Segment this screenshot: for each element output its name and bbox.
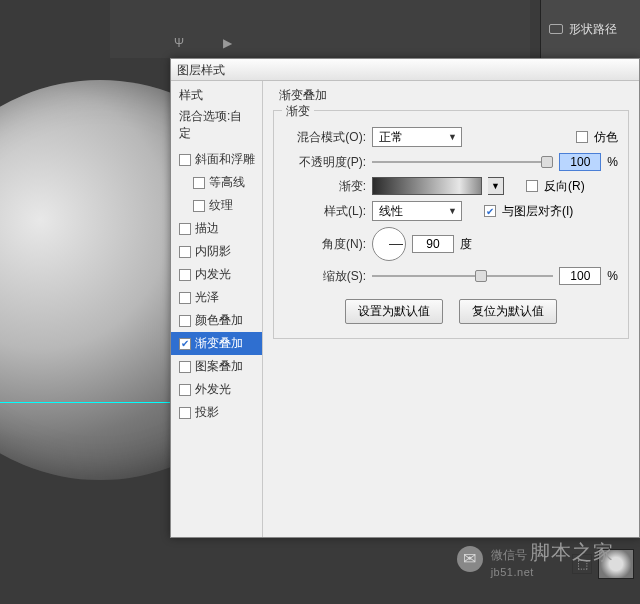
align-label: 与图层对齐(I) xyxy=(502,203,573,220)
dialog-title: 图层样式 xyxy=(171,59,639,81)
reverse-checkbox[interactable] xyxy=(526,180,538,192)
style-label: 外发光 xyxy=(195,381,231,398)
gradient-dropdown-button[interactable]: ▼ xyxy=(488,177,504,195)
play-icon: ▶ xyxy=(218,34,236,52)
wm-site: jb51.net xyxy=(491,566,614,578)
style-label: 内阴影 xyxy=(195,243,231,260)
scale-unit: % xyxy=(607,269,618,283)
style-row[interactable]: 图案叠加 xyxy=(171,355,262,378)
styles-column: 样式 混合选项:自定 斜面和浮雕等高线纹理描边内阴影内发光光泽颜色叠加✔渐变叠加… xyxy=(171,81,263,537)
style-checkbox[interactable] xyxy=(179,407,191,419)
styles-header: 样式 xyxy=(171,81,262,108)
group-label: 渐变 xyxy=(282,103,314,120)
style-label: 光泽 xyxy=(195,289,219,306)
style-checkbox[interactable] xyxy=(179,154,191,166)
style-row[interactable]: 颜色叠加 xyxy=(171,309,262,332)
make-default-button[interactable]: 设置为默认值 xyxy=(345,299,443,324)
opacity-value[interactable]: 100 xyxy=(559,153,601,171)
blend-mode-label: 混合模式(O): xyxy=(284,129,366,146)
dither-checkbox[interactable] xyxy=(576,131,588,143)
style-checkbox[interactable] xyxy=(179,361,191,373)
opacity-label: 不透明度(P): xyxy=(284,154,366,171)
reset-default-button[interactable]: 复位为默认值 xyxy=(459,299,557,324)
canvas-guide xyxy=(0,402,170,403)
angle-label: 角度(N): xyxy=(284,236,366,253)
rect-icon xyxy=(549,24,563,34)
style-row[interactable]: 纹理 xyxy=(171,194,262,217)
scale-slider[interactable] xyxy=(372,269,553,283)
reverse-label: 反向(R) xyxy=(544,178,585,195)
style-label: 颜色叠加 xyxy=(195,312,243,329)
style-checkbox[interactable] xyxy=(179,223,191,235)
style-label: 样式(L): xyxy=(284,203,366,220)
style-checkbox[interactable] xyxy=(179,315,191,327)
gradient-preview[interactable] xyxy=(372,177,482,195)
fork-icon: Ψ xyxy=(170,34,188,52)
wm-prefix: 微信号 xyxy=(491,548,527,562)
shape-path-panel: 形状路径 xyxy=(540,0,640,58)
gradient-label: 渐变: xyxy=(284,178,366,195)
wechat-icon: ✉ xyxy=(457,546,483,572)
blend-options-label[interactable]: 混合选项:自定 xyxy=(171,108,262,148)
angle-dial[interactable] xyxy=(372,227,406,261)
style-checkbox[interactable] xyxy=(193,177,205,189)
opacity-slider[interactable] xyxy=(372,155,553,169)
style-label: 投影 xyxy=(195,404,219,421)
style-label: 图案叠加 xyxy=(195,358,243,375)
style-row[interactable]: 内发光 xyxy=(171,263,262,286)
layer-style-dialog: 图层样式 样式 混合选项:自定 斜面和浮雕等高线纹理描边内阴影内发光光泽颜色叠加… xyxy=(170,58,640,538)
angle-value[interactable]: 90 xyxy=(412,235,454,253)
opacity-unit: % xyxy=(607,155,618,169)
style-row[interactable]: 描边 xyxy=(171,217,262,240)
style-checkbox[interactable] xyxy=(179,269,191,281)
style-row[interactable]: 外发光 xyxy=(171,378,262,401)
style-label: 内发光 xyxy=(195,266,231,283)
watermark: ✉ 微信号 脚本之家 jb51.net xyxy=(457,539,614,578)
style-checkbox[interactable] xyxy=(179,292,191,304)
wm-name: 脚本之家 xyxy=(530,541,614,563)
style-label: 描边 xyxy=(195,220,219,237)
options-bar: Ψ ▶ xyxy=(110,0,530,58)
style-select[interactable]: 线性 xyxy=(372,201,462,221)
align-checkbox[interactable]: ✔ xyxy=(484,205,496,217)
dither-label: 仿色 xyxy=(594,129,618,146)
style-row[interactable]: 内阴影 xyxy=(171,240,262,263)
style-label: 纹理 xyxy=(209,197,233,214)
style-label: 斜面和浮雕 xyxy=(195,151,255,168)
style-checkbox[interactable]: ✔ xyxy=(179,338,191,350)
angle-unit: 度 xyxy=(460,236,472,253)
style-row[interactable]: 投影 xyxy=(171,401,262,424)
shape-path-label: 形状路径 xyxy=(569,21,617,38)
style-label: 等高线 xyxy=(209,174,245,191)
panel-title: 渐变叠加 xyxy=(279,87,629,104)
style-checkbox[interactable] xyxy=(179,384,191,396)
scale-label: 缩放(S): xyxy=(284,268,366,285)
style-checkbox[interactable] xyxy=(179,246,191,258)
style-row[interactable]: 光泽 xyxy=(171,286,262,309)
style-row[interactable]: 等高线 xyxy=(171,171,262,194)
blend-mode-select[interactable]: 正常 xyxy=(372,127,462,147)
style-row[interactable]: ✔渐变叠加 xyxy=(171,332,262,355)
gradient-overlay-panel: 渐变叠加 渐变 混合模式(O): 正常 仿色 不透明度(P): 100 % xyxy=(263,81,639,537)
style-row[interactable]: 斜面和浮雕 xyxy=(171,148,262,171)
scale-value[interactable]: 100 xyxy=(559,267,601,285)
style-checkbox[interactable] xyxy=(193,200,205,212)
style-label: 渐变叠加 xyxy=(195,335,243,352)
